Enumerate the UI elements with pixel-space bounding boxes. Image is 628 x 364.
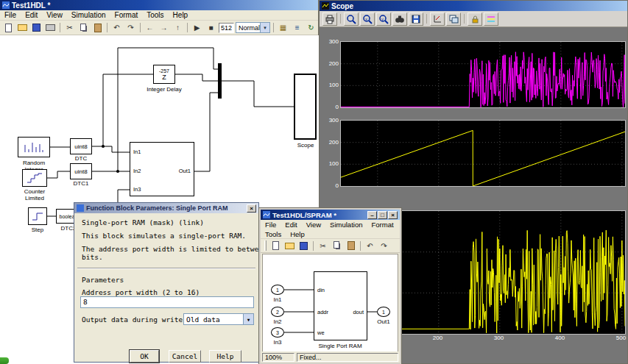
- undo-icon: ↶: [113, 24, 119, 32]
- sim-mode-select[interactable]: Normal ▼: [236, 22, 270, 33]
- cut-button[interactable]: ✂: [317, 240, 329, 251]
- forward-button[interactable]: →: [158, 22, 170, 34]
- copy-button[interactable]: [331, 240, 343, 251]
- magnifier-icon: [346, 14, 356, 24]
- redo-button[interactable]: ↷: [378, 240, 390, 251]
- print-button[interactable]: [44, 22, 57, 34]
- autoscale-button[interactable]: [392, 13, 407, 26]
- spram-canvas[interactable]: 1 In1 2 In2 3 In3 din addr we dout Singl…: [262, 254, 398, 353]
- step-block[interactable]: [28, 207, 47, 225]
- menu-tools[interactable]: Tools: [142, 10, 168, 20]
- scope-print-button[interactable]: [322, 13, 337, 26]
- ram-port-din: din: [317, 288, 325, 293]
- menu-tools[interactable]: Tools: [261, 229, 286, 239]
- scope-xtick-label: 300: [494, 335, 504, 341]
- menu-file[interactable]: File: [0, 10, 21, 20]
- scope-ytick-label: 100: [321, 82, 339, 88]
- dialog-close-button[interactable]: ×: [247, 204, 256, 213]
- spram-subsystem-block[interactable]: In1 In2 In3 Out1: [130, 142, 194, 196]
- inport-3-block[interactable]: 3: [271, 327, 284, 338]
- zoom-button[interactable]: [344, 13, 359, 26]
- inport-1-block[interactable]: 1: [271, 285, 284, 295]
- integer-delay-block[interactable]: -257 Z: [153, 65, 175, 84]
- inport-2-number: 2: [276, 310, 279, 315]
- copy-icon: [80, 24, 86, 31]
- step-label: Step: [22, 226, 53, 233]
- open-model-button[interactable]: [16, 22, 29, 34]
- output-write-value: Old data: [184, 315, 243, 324]
- menu-help[interactable]: Help: [169, 10, 193, 20]
- svg-text:x: x: [365, 16, 367, 21]
- data-type-conversion-block[interactable]: uint8: [70, 138, 92, 154]
- save-model-button[interactable]: [297, 240, 310, 251]
- data-type-conversion1-block[interactable]: uint8: [70, 163, 92, 179]
- signal-selection-button[interactable]: [484, 13, 498, 26]
- counter-limited-block[interactable]: [22, 169, 47, 187]
- paste-button[interactable]: [91, 22, 104, 34]
- start-simulation-button[interactable]: ▶: [191, 22, 203, 34]
- menu-simulation[interactable]: Simulation: [67, 10, 110, 20]
- close-button[interactable]: ×: [388, 211, 398, 219]
- menu-view[interactable]: View: [42, 10, 67, 20]
- dialog-titlebar[interactable]: Function Block Parameters: Single Port R…: [74, 203, 258, 213]
- copy-button[interactable]: [77, 22, 90, 34]
- minimize-button[interactable]: –: [367, 211, 377, 219]
- help-button[interactable]: Help: [209, 350, 241, 363]
- signal-legend-icon: [486, 14, 496, 24]
- main-titlebar[interactable]: Test1HDL *: [0, 0, 318, 10]
- toolbar-separator: [340, 14, 341, 24]
- spram-window: Test1HDL/SPRAM * – □ × File Edit View Si…: [259, 208, 401, 364]
- undo-icon: ↶: [367, 242, 373, 250]
- undo-button[interactable]: ↶: [110, 22, 123, 34]
- stop-simulation-button[interactable]: ■: [205, 22, 217, 34]
- menu-view[interactable]: View: [302, 220, 325, 229]
- new-model-button[interactable]: [269, 240, 282, 251]
- paste-button[interactable]: [345, 240, 357, 251]
- random-integer-block[interactable]: [18, 137, 50, 157]
- library-browser-button[interactable]: ▦: [277, 22, 289, 34]
- menu-format[interactable]: Format: [110, 10, 143, 20]
- sim-mode-value: Normal: [236, 24, 260, 32]
- redo-button[interactable]: ↷: [124, 22, 137, 34]
- address-width-input[interactable]: 8: [80, 296, 254, 308]
- output-write-select[interactable]: Old data ▼: [183, 313, 254, 325]
- menu-edit[interactable]: Edit: [21, 10, 42, 20]
- up-level-button[interactable]: ↑: [172, 22, 184, 34]
- zoom-x-button[interactable]: x: [360, 13, 375, 26]
- inport-2-block[interactable]: 2: [271, 307, 284, 317]
- open-model-button[interactable]: [283, 240, 296, 251]
- save-model-button[interactable]: [30, 22, 43, 34]
- single-port-ram-block[interactable]: din addr we dout: [314, 271, 367, 340]
- scope-axes-1[interactable]: [340, 41, 626, 108]
- scope-ytick-label: 0: [321, 104, 339, 110]
- taskbar-start-fragment[interactable]: [0, 357, 9, 364]
- menu-format[interactable]: Format: [367, 220, 398, 229]
- outport-1-block[interactable]: 1: [377, 307, 390, 317]
- zoom-y-button[interactable]: y: [376, 13, 391, 26]
- sim-stop-time-field[interactable]: 512: [219, 23, 234, 33]
- maximize-button[interactable]: □: [378, 211, 387, 219]
- ok-button[interactable]: OK: [130, 350, 159, 363]
- update-diagram-button[interactable]: ↻: [305, 22, 317, 34]
- floating-scope-button[interactable]: [446, 13, 461, 26]
- menu-help[interactable]: Help: [286, 229, 309, 239]
- back-button[interactable]: ←: [144, 22, 156, 34]
- scope-axes-2[interactable]: [340, 120, 626, 187]
- menu-simulation[interactable]: Simulation: [325, 220, 367, 229]
- save-axes-button[interactable]: [409, 13, 423, 26]
- restore-axes-button[interactable]: [430, 13, 445, 26]
- cut-button[interactable]: ✂: [63, 22, 76, 34]
- paste-icon: [94, 24, 102, 32]
- undo-button[interactable]: ↶: [364, 240, 376, 251]
- new-model-button[interactable]: [2, 22, 15, 34]
- menu-edit[interactable]: Edit: [281, 220, 301, 229]
- model-explorer-button[interactable]: ≡: [291, 22, 303, 34]
- scope-titlebar[interactable]: Scope: [320, 1, 627, 11]
- scope-block[interactable]: [294, 74, 317, 140]
- cancel-button[interactable]: Cancel: [169, 350, 201, 363]
- lock-axes-button[interactable]: [468, 13, 482, 26]
- mux-block[interactable]: [218, 63, 222, 99]
- ram-port-dout: dout: [353, 310, 364, 315]
- menu-file[interactable]: File: [261, 220, 281, 229]
- spram-titlebar[interactable]: Test1HDL/SPRAM * – □ ×: [261, 210, 400, 220]
